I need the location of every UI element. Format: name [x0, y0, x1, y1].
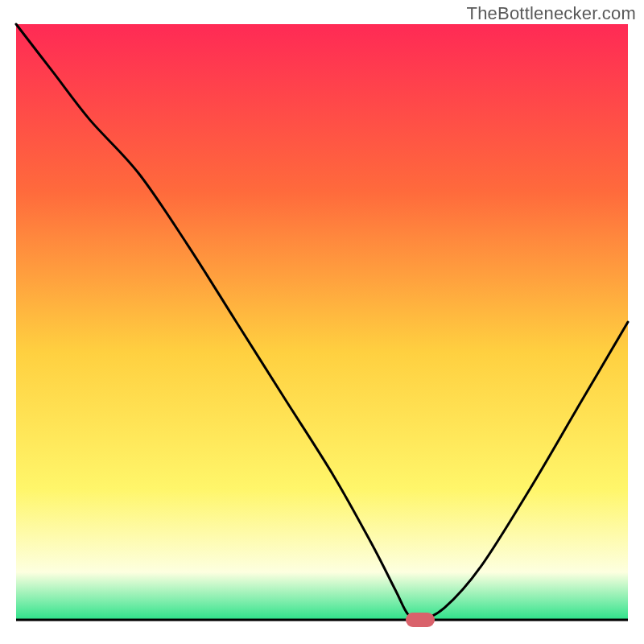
bottleneck-plot — [0, 0, 644, 644]
optimum-marker — [406, 613, 435, 627]
watermark-text: TheBottlenecker.com — [467, 3, 636, 24]
chart-canvas: TheBottlenecker.com — [0, 0, 644, 644]
gradient-background — [16, 24, 628, 620]
